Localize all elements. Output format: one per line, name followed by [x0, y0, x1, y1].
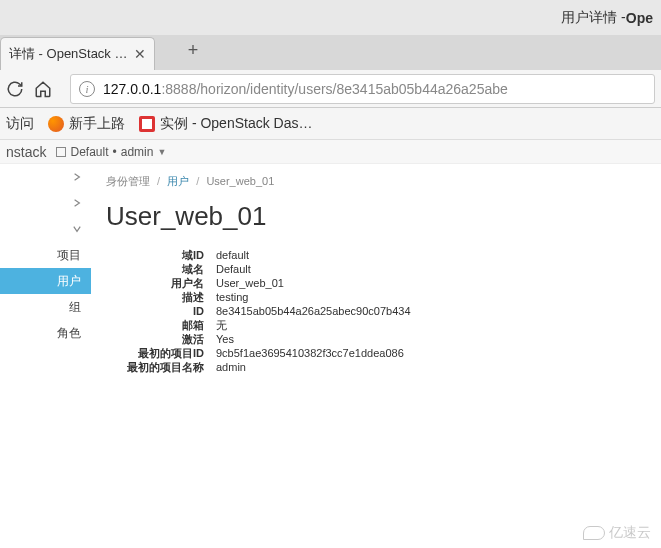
watermark: 亿速云	[583, 524, 651, 542]
sidebar-item-label: 组	[69, 299, 81, 316]
tab-strip: 详情 - OpenStack Da… ✕ +	[0, 35, 661, 70]
breadcrumb-separator: /	[157, 175, 160, 187]
home-icon[interactable]	[34, 80, 52, 98]
breadcrumb-link-user[interactable]: 用户	[167, 175, 189, 187]
detail-label: 激活	[106, 332, 216, 346]
sidebar-item-label: 项目	[57, 247, 81, 264]
sidebar-expand-2[interactable]	[0, 190, 91, 216]
sidebar-item-project[interactable]: 项目	[0, 242, 91, 268]
url-bar[interactable]: i 127.0.0.1 :8888/horizon/identity/users…	[70, 74, 655, 104]
page-title: User_web_01	[106, 201, 661, 232]
breadcrumb-separator: /	[196, 175, 199, 187]
sidebar-collapse[interactable]	[0, 216, 91, 242]
details-list: 域IDdefault 域名Default 用户名User_web_01 描述te…	[106, 248, 661, 374]
new-tab-button[interactable]: +	[177, 38, 209, 70]
detail-row: ID8e3415ab05b44a26a25abec90c07b434	[106, 304, 661, 318]
cube-icon	[56, 147, 66, 157]
detail-label: 域名	[106, 262, 216, 276]
sidebar: 项目 用户 组 角色	[0, 164, 91, 548]
main-content: 身份管理 / 用户 / User_web_01 User_web_01 域IDd…	[91, 164, 661, 548]
openstack-icon	[139, 116, 155, 132]
sidebar-item-role[interactable]: 角色	[0, 320, 91, 346]
domain-name: Default	[70, 145, 108, 159]
detail-label: 最初的项目名称	[106, 360, 216, 374]
info-icon[interactable]: i	[79, 81, 95, 97]
detail-row: 激活Yes	[106, 332, 661, 346]
window-title-app: Ope	[626, 10, 653, 26]
cloud-icon	[583, 526, 605, 540]
chevron-down-icon: ▼	[157, 147, 166, 157]
bookmark-getting-started[interactable]: 新手上路	[48, 115, 125, 133]
bullet: •	[113, 145, 117, 159]
detail-value: User_web_01	[216, 276, 284, 290]
breadcrumb-root: 身份管理	[106, 175, 150, 187]
window-title-bar: 用户详情 - Ope	[0, 0, 661, 35]
bookmark-bar: 访问 新手上路 实例 - OpenStack Das…	[0, 108, 661, 140]
bookmark-label: 实例 - OpenStack Das…	[160, 115, 313, 133]
detail-value: 无	[216, 318, 227, 332]
url-host: 127.0.0.1	[103, 81, 161, 97]
nav-bar: i 127.0.0.1 :8888/horizon/identity/users…	[0, 70, 661, 108]
detail-value: 8e3415ab05b44a26a25abec90c07b434	[216, 304, 411, 318]
app-header: nstack Default • admin ▼	[0, 140, 661, 164]
firefox-icon	[48, 116, 64, 132]
bookmark-label: 新手上路	[69, 115, 125, 133]
sidebar-item-label: 角色	[57, 325, 81, 342]
reload-icon[interactable]	[6, 80, 24, 98]
close-tab-icon[interactable]: ✕	[134, 46, 146, 62]
sidebar-item-group[interactable]: 组	[0, 294, 91, 320]
domain-selector[interactable]: Default • admin ▼	[56, 145, 166, 159]
detail-value: Yes	[216, 332, 234, 346]
detail-row: 最初的项目ID9cb5f1ae3695410382f3cc7e1ddea086	[106, 346, 661, 360]
bookmark-frequent[interactable]: 访问	[6, 115, 34, 133]
detail-label: 域ID	[106, 248, 216, 262]
sidebar-item-user[interactable]: 用户	[0, 268, 91, 294]
detail-row: 最初的项目名称admin	[106, 360, 661, 374]
breadcrumb-current: User_web_01	[206, 175, 274, 187]
detail-row: 域IDdefault	[106, 248, 661, 262]
sidebar-expand-1[interactable]	[0, 164, 91, 190]
detail-value: testing	[216, 290, 248, 304]
content-area: 项目 用户 组 角色 身份管理 / 用户 / User_web_01 User_…	[0, 164, 661, 548]
url-path: :8888/horizon/identity/users/8e3415ab05b…	[161, 81, 507, 97]
browser-tab[interactable]: 详情 - OpenStack Da… ✕	[0, 37, 155, 70]
detail-row: 描述testing	[106, 290, 661, 304]
detail-value: default	[216, 248, 249, 262]
tab-label: 详情 - OpenStack Da…	[9, 45, 128, 63]
sidebar-item-label: 用户	[57, 273, 81, 290]
detail-value: admin	[216, 360, 246, 374]
detail-label: 最初的项目ID	[106, 346, 216, 360]
watermark-text: 亿速云	[609, 524, 651, 542]
detail-row: 邮箱无	[106, 318, 661, 332]
detail-label: 邮箱	[106, 318, 216, 332]
detail-row: 域名Default	[106, 262, 661, 276]
user-name: admin	[121, 145, 154, 159]
bookmark-label: 访问	[6, 115, 34, 133]
breadcrumb: 身份管理 / 用户 / User_web_01	[106, 174, 661, 189]
detail-label: 描述	[106, 290, 216, 304]
detail-label: ID	[106, 304, 216, 318]
bookmark-instances[interactable]: 实例 - OpenStack Das…	[139, 115, 313, 133]
detail-row: 用户名User_web_01	[106, 276, 661, 290]
window-title-prefix: 用户详情 -	[561, 9, 626, 27]
detail-label: 用户名	[106, 276, 216, 290]
brand-logo: nstack	[6, 144, 46, 160]
detail-value: 9cb5f1ae3695410382f3cc7e1ddea086	[216, 346, 404, 360]
detail-value: Default	[216, 262, 251, 276]
